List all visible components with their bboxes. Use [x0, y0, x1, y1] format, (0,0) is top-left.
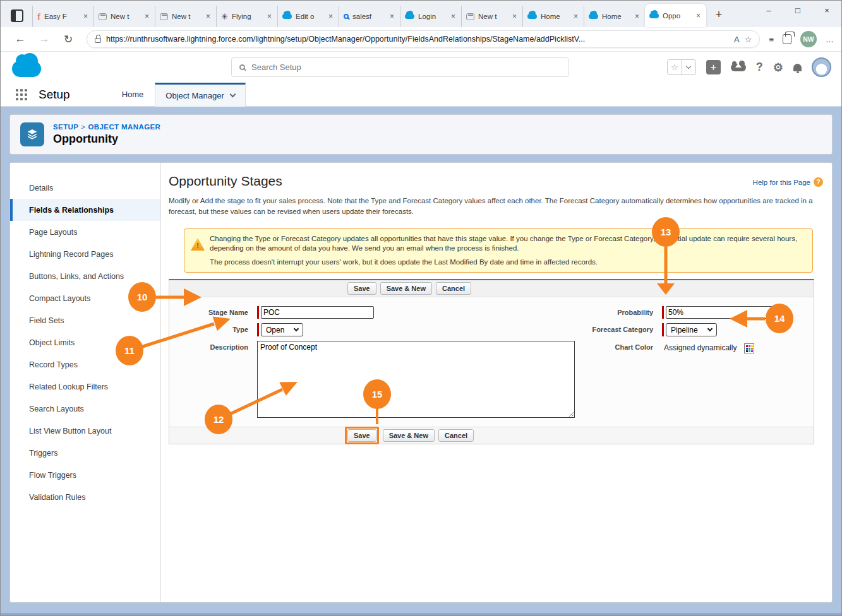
object-header-card: SETUP>OBJECT MANAGER Opportunity [9, 114, 833, 155]
stage-name-input[interactable] [261, 306, 374, 319]
sidebar-item-search-layouts[interactable]: Search Layouts [10, 398, 160, 420]
favorites-bar-icon[interactable]: ≡ [769, 35, 774, 44]
sidebar-item-fields-relationships[interactable]: Fields & Relationships [10, 199, 160, 221]
tab-object-manager[interactable]: Object Manager [155, 83, 246, 107]
browser-tab-active[interactable]: Oppo × [645, 4, 706, 27]
tab-home[interactable]: Home [111, 90, 155, 99]
chevron-down-icon [229, 92, 236, 98]
tab-close-icon[interactable]: × [327, 12, 334, 21]
tab-close-icon[interactable]: × [205, 12, 212, 21]
sidebar-item-triggers[interactable]: Triggers [10, 442, 160, 464]
warning-text-1: Changing the Type or Forecast Category u… [210, 234, 805, 253]
help-for-this-page-link[interactable]: Help for this Page ? [753, 177, 823, 187]
favorites-caret-icon[interactable] [682, 60, 695, 74]
sidebar-item-list-view-button-layout[interactable]: List View Button Layout [10, 420, 160, 442]
annotation-badge-11: 11 [116, 336, 143, 365]
browser-tab[interactable]: ✳ Flying × [216, 6, 277, 27]
cancel-button-top[interactable]: Cancel [436, 282, 471, 295]
add-favorite-icon[interactable]: ☆ [745, 35, 752, 44]
warning-triangle-icon: ! [191, 238, 205, 251]
tab-close-icon[interactable]: × [634, 12, 641, 21]
tab-close-icon[interactable]: × [143, 12, 150, 21]
save-and-new-button-top[interactable]: Save & New [380, 282, 432, 295]
annotation-badge-15: 15 [363, 379, 391, 409]
favorites-star-icon[interactable]: ☆ [668, 60, 682, 74]
tab-close-icon[interactable]: × [266, 12, 273, 21]
trailhead-icon[interactable] [731, 64, 746, 71]
read-aloud-icon[interactable]: A [734, 35, 740, 44]
browser-tab[interactable]: New t × [155, 6, 216, 27]
setup-gear-icon[interactable]: ⚙ [773, 61, 783, 74]
sidebar-item-details[interactable]: Details [10, 177, 160, 199]
browser-tab[interactable]: salesf × [339, 6, 400, 27]
breadcrumb-object-manager-link[interactable]: OBJECT MANAGER [88, 123, 160, 131]
app-launcher-icon[interactable] [16, 89, 27, 100]
window-close-button[interactable]: × [812, 1, 841, 20]
window-maximize-button[interactable]: □ [783, 1, 812, 20]
search-icon [344, 14, 349, 19]
sidebar-item-lightning-record-pages[interactable]: Lightning Record Pages [10, 243, 160, 265]
sidebar-item-field-sets[interactable]: Field Sets [10, 309, 160, 331]
tab-title: New t [111, 13, 140, 20]
tab-close-icon[interactable]: × [82, 12, 89, 21]
cancel-button-bottom[interactable]: Cancel [438, 429, 474, 442]
tab-close-icon[interactable]: × [511, 12, 518, 21]
object-sidebar: Details Fields & Relationships Page Layo… [10, 163, 161, 602]
browser-tab[interactable]: New t × [93, 6, 155, 27]
help-icon[interactable]: ? [756, 61, 763, 74]
main-panel: Opportunity Stages Help for this Page ? … [161, 163, 832, 602]
browser-tab[interactable]: New t × [461, 6, 522, 27]
breadcrumb-setup-link[interactable]: SETUP [53, 123, 78, 131]
sidebar-item-related-lookup-filters[interactable]: Related Lookup Filters [10, 376, 160, 398]
type-select[interactable]: Open [261, 323, 303, 336]
required-bar [662, 306, 664, 319]
window-minimize-button[interactable]: – [754, 1, 783, 20]
salesforce-cloud-icon [405, 14, 414, 19]
tab-title: New t [172, 13, 201, 20]
description-textarea[interactable]: Proof of Concept [257, 341, 575, 418]
browser-tab[interactable]: Edit o × [277, 6, 339, 27]
setup-search-box[interactable] [231, 57, 569, 77]
sidebar-item-flow-triggers[interactable]: Flow Triggers [10, 464, 160, 486]
save-and-new-button-bottom[interactable]: Save & New [383, 429, 435, 442]
tab-close-icon[interactable]: × [388, 12, 395, 21]
annotation-badge-13: 13 [652, 217, 680, 247]
refresh-icon[interactable]: ↻ [59, 30, 78, 49]
tab-actions-icon[interactable] [11, 9, 23, 22]
color-palette-icon[interactable] [744, 343, 754, 353]
required-bar [662, 323, 664, 336]
save-button-top[interactable]: Save [347, 282, 376, 295]
object-icon [20, 122, 44, 146]
browser-tab[interactable]: f Easy F × [32, 6, 93, 27]
address-bar[interactable]: https://runthrusoftware.lightning.force.… [87, 30, 760, 48]
chevron-down-icon [294, 326, 299, 331]
facebook-f-icon: f [37, 11, 40, 22]
sidebar-item-page-layouts[interactable]: Page Layouts [10, 221, 160, 243]
salesforce-logo [12, 61, 41, 77]
tab-close-icon[interactable]: × [695, 11, 702, 20]
favorites-combo-button[interactable]: ☆ [667, 59, 696, 75]
salesforce-header: ☆ + ? ⚙ [1, 52, 841, 83]
salesforce-cloud-icon [589, 14, 598, 19]
collections-icon[interactable] [783, 34, 791, 44]
sidebar-item-validation-rules[interactable]: Validation Rules [10, 486, 160, 508]
tab-close-icon[interactable]: × [450, 12, 457, 21]
global-new-icon[interactable]: + [706, 60, 721, 74]
setup-search-input[interactable] [251, 62, 561, 72]
description-label: Description [169, 341, 248, 351]
annotation-badge-14: 14 [766, 304, 793, 333]
more-menu-icon[interactable]: … [826, 35, 834, 44]
user-avatar[interactable] [812, 57, 831, 77]
annotation-badge-12: 12 [205, 405, 232, 434]
notifications-bell-icon[interactable] [793, 64, 802, 71]
tab-close-icon[interactable]: × [572, 12, 579, 21]
save-button-bottom[interactable]: Save [347, 429, 376, 442]
back-icon[interactable]: ← [11, 30, 30, 49]
browser-tab[interactable]: Home × [584, 6, 645, 27]
probability-input[interactable] [666, 306, 779, 319]
browser-profile-avatar[interactable]: NW [800, 31, 817, 47]
forecast-category-select[interactable]: Pipeline [666, 323, 717, 336]
browser-tab[interactable]: Home × [522, 6, 584, 27]
new-tab-button[interactable]: + [710, 6, 728, 23]
browser-tab[interactable]: Login × [400, 6, 461, 27]
